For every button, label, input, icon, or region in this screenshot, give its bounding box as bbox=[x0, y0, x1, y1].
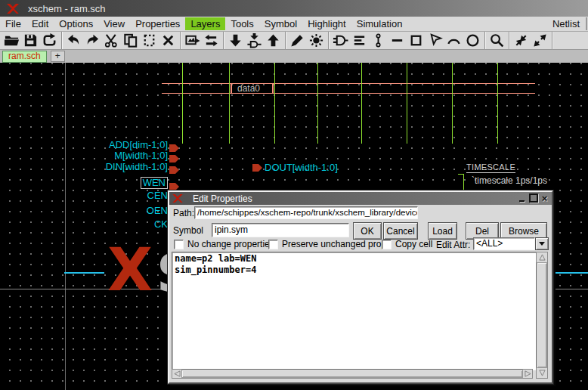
delete-icon[interactable] bbox=[159, 32, 178, 49]
undo-icon[interactable] bbox=[64, 32, 83, 49]
move-up-icon[interactable] bbox=[264, 32, 283, 49]
bus-line-vertical[interactable] bbox=[182, 63, 183, 144]
timescale-title[interactable]: TIMESCALE bbox=[466, 162, 515, 173]
copy-icon[interactable] bbox=[121, 32, 140, 49]
cyan-wire-left[interactable] bbox=[64, 272, 104, 274]
scroll-up-icon[interactable] bbox=[537, 252, 547, 262]
gate-symbol-icon[interactable] bbox=[331, 32, 350, 49]
menu-item-layers[interactable]: Layers bbox=[185, 17, 225, 30]
redo-icon[interactable] bbox=[83, 32, 102, 49]
checkbox-copy-cell[interactable]: Copy cell bbox=[382, 239, 432, 249]
pin-label-m-width-1-0-[interactable]: M[width-1:0] bbox=[114, 150, 168, 161]
horizontal-scroll-thumb[interactable] bbox=[181, 370, 523, 378]
menu-item-options[interactable]: Options bbox=[54, 17, 98, 30]
menu-item-tools[interactable]: Tools bbox=[225, 17, 258, 30]
input-pin-icon[interactable] bbox=[169, 180, 179, 187]
draw-arc-icon[interactable] bbox=[444, 32, 463, 49]
cancel-button[interactable]: Cancel bbox=[383, 222, 418, 240]
minimize-icon[interactable] bbox=[517, 193, 527, 203]
properties-textarea[interactable]: name=p2 lab=WENsim_pinnumber=4 bbox=[172, 252, 539, 370]
move-down-icon[interactable] bbox=[226, 32, 245, 49]
symbol-label: Symbol bbox=[173, 225, 203, 236]
checkbox-preserve-unchanged-props[interactable]: Preserve unchanged props bbox=[268, 239, 391, 249]
vertical-scrollbar[interactable] bbox=[536, 252, 548, 379]
bus-line-vertical[interactable] bbox=[317, 63, 318, 144]
load-button[interactable]: Load bbox=[428, 222, 457, 240]
horizontal-scrollbar[interactable] bbox=[172, 369, 533, 379]
save-icon[interactable] bbox=[21, 32, 40, 49]
vertical-scroll-thumb[interactable] bbox=[537, 262, 547, 368]
input-pin-icon[interactable] bbox=[169, 152, 179, 159]
paste-icon[interactable] bbox=[140, 32, 159, 49]
bus-line-vertical[interactable] bbox=[274, 63, 275, 144]
ok-button[interactable]: OK bbox=[353, 222, 382, 240]
checkbox-no-change-properties[interactable]: No change properties bbox=[174, 239, 274, 249]
menu-item-highlight[interactable]: Highlight bbox=[302, 17, 351, 30]
edit-attr-value[interactable]: <ALL> bbox=[473, 237, 535, 250]
checkbox-icon[interactable] bbox=[174, 240, 184, 249]
dialog-title-bar[interactable]: Edit Properties × bbox=[169, 192, 552, 205]
zoom-out-arrows-icon[interactable] bbox=[531, 32, 549, 49]
frame-line-vertical[interactable] bbox=[65, 63, 66, 390]
net-wire-bottom[interactable] bbox=[162, 93, 535, 94]
reload-icon[interactable] bbox=[40, 32, 59, 49]
swap-icon[interactable] bbox=[202, 32, 221, 49]
toggle-light-icon[interactable] bbox=[307, 32, 326, 49]
bus-lines-icon[interactable] bbox=[350, 32, 369, 49]
wire-break-icon[interactable] bbox=[369, 32, 388, 49]
scroll-down-icon[interactable] bbox=[537, 368, 547, 378]
checkbox-icon[interactable] bbox=[382, 240, 391, 249]
frame-line-horizontal-right[interactable] bbox=[550, 289, 588, 289]
zoom-in-arrows-icon[interactable] bbox=[512, 32, 531, 49]
cut-icon[interactable] bbox=[102, 32, 121, 49]
pin-label-add-dim-1-0-[interactable]: ADD[dim-1:0] bbox=[109, 140, 168, 150]
maximize-icon[interactable] bbox=[528, 193, 538, 203]
menu-item-edit[interactable]: Edit bbox=[26, 17, 54, 30]
bus-line-vertical[interactable] bbox=[497, 63, 498, 144]
pin-label-din-width-1-0-[interactable]: DIN[width-1:0] bbox=[106, 162, 168, 172]
pin-label-wen[interactable]: WEN bbox=[141, 177, 168, 189]
pin-label-cen[interactable]: CEN bbox=[147, 190, 168, 201]
checkbox-icon[interactable] bbox=[268, 240, 278, 249]
cyan-wire-right[interactable] bbox=[550, 272, 588, 274]
menu-netlist[interactable]: Netlist bbox=[546, 17, 587, 30]
scroll-left-icon[interactable] bbox=[172, 370, 181, 378]
open-folder-icon[interactable] bbox=[2, 32, 21, 49]
draw-pen-icon[interactable] bbox=[288, 32, 307, 49]
net-label[interactable]: data0 bbox=[237, 83, 260, 94]
insert-symbol-icon[interactable] bbox=[183, 32, 202, 49]
menu-item-file[interactable]: File bbox=[0, 17, 26, 30]
symbol-input[interactable]: ipin.sym bbox=[212, 223, 349, 237]
xschem-logo-icon bbox=[7, 4, 19, 14]
pin-label-oen[interactable]: OEN bbox=[147, 206, 168, 216]
timescale-value[interactable]: `timescale 1ps/1ps bbox=[472, 175, 547, 186]
draw-line-icon[interactable] bbox=[388, 32, 407, 49]
menu-item-symbol[interactable]: Symbol bbox=[259, 17, 302, 30]
input-pin-icon[interactable] bbox=[169, 141, 179, 149]
draw-circle-icon[interactable] bbox=[463, 32, 482, 49]
combobox-dropdown-icon[interactable] bbox=[535, 237, 549, 250]
new-tab-button[interactable]: + bbox=[51, 51, 65, 62]
menu-item-properties[interactable]: Properties bbox=[130, 17, 185, 30]
path-input[interactable]: /home/schippes/xschem-repo/trunk/xschem_… bbox=[194, 206, 418, 219]
draw-polygon-icon[interactable] bbox=[426, 32, 444, 49]
bus-line-vertical[interactable] bbox=[229, 63, 230, 144]
zoom-magnifier-icon[interactable] bbox=[487, 32, 506, 49]
pin-label-dout[interactable]: DOUT[width-1:0] bbox=[265, 162, 338, 173]
output-pin-icon[interactable] bbox=[252, 164, 262, 172]
bus-line-vertical[interactable] bbox=[407, 63, 407, 144]
edit-attr-combobox[interactable]: <ALL> bbox=[473, 237, 549, 250]
menu-item-view[interactable]: View bbox=[98, 17, 130, 30]
input-pin-icon[interactable] bbox=[169, 163, 179, 171]
tab-ram-sch[interactable]: ram.sch bbox=[2, 51, 47, 63]
descend-symbol-icon[interactable] bbox=[245, 32, 264, 49]
pin-label-ck[interactable]: CK bbox=[154, 219, 168, 230]
net-wire-top[interactable] bbox=[162, 83, 535, 84]
textarea-line: name=p2 lab=WEN bbox=[175, 253, 536, 265]
menu-item-simulation[interactable]: Simulation bbox=[351, 17, 408, 30]
scroll-right-icon[interactable] bbox=[523, 370, 532, 378]
close-icon[interactable]: × bbox=[540, 193, 549, 203]
bus-line-vertical[interactable] bbox=[452, 63, 453, 144]
bus-line-vertical[interactable] bbox=[361, 63, 362, 144]
draw-rect-icon[interactable] bbox=[407, 32, 426, 49]
